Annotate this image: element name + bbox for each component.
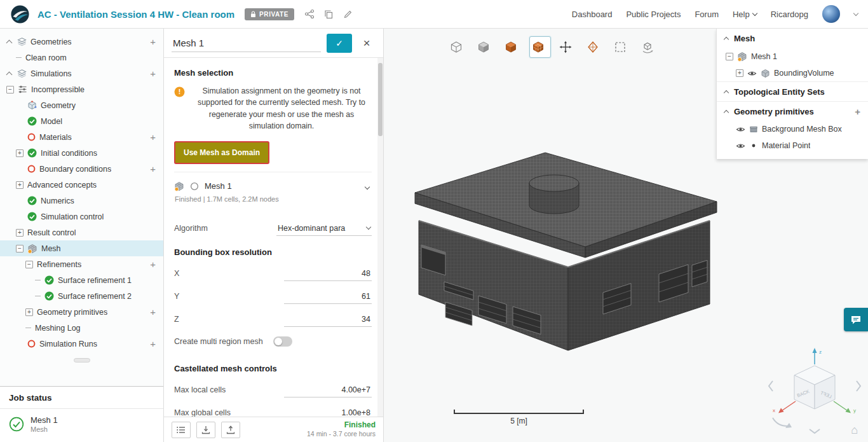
nav-dashboard[interactable]: Dashboard [572, 10, 613, 19]
apply-button[interactable]: ✓ [327, 34, 352, 53]
nav-public-projects[interactable]: Public Projects [626, 10, 681, 19]
sidebar-item-mesh[interactable]: −Mesh [0, 240, 163, 256]
add-button[interactable]: + [150, 339, 156, 349]
multi-region-row: Create multi region mesh [174, 331, 372, 352]
collapse-caret-icon[interactable] [6, 40, 13, 46]
download-button[interactable] [196, 422, 215, 438]
panel-scrollbar[interactable] [377, 58, 383, 417]
cells-max-local-cells-input[interactable]: 4.00e+7 [284, 385, 372, 397]
solid-mesh-view-icon [505, 41, 517, 53]
username[interactable]: Ricardopg [771, 10, 808, 19]
algorithm-select[interactable]: Hex-dominant para [276, 224, 372, 236]
transform-tool-button[interactable] [639, 36, 660, 58]
bbox-y-input[interactable]: 61 [284, 292, 372, 304]
add-button[interactable]: + [150, 37, 156, 46]
collapse-minus-icon[interactable]: − [25, 261, 33, 268]
scene-item-background-mesh-box[interactable]: Background Mesh Box [717, 121, 868, 137]
nav-help[interactable]: Help [733, 10, 757, 19]
sidebar-item-initial-conditions[interactable]: +Initial conditions [0, 145, 163, 161]
mesh-log-button[interactable] [172, 422, 191, 438]
app-logo-icon[interactable] [10, 4, 30, 24]
sidebar-item-advanced-concepts[interactable]: +Advanced concepts [0, 177, 163, 193]
home-view-icon[interactable]: ⌂ [851, 424, 858, 436]
scene-item-mesh-1[interactable]: −Mesh 1 [717, 48, 868, 65]
expand-plus-icon[interactable]: + [16, 149, 24, 157]
lock-icon [250, 11, 256, 18]
add-button[interactable]: + [855, 107, 860, 116]
nav-forum[interactable]: Forum [695, 10, 719, 19]
solid-mesh-view-button[interactable] [502, 36, 524, 58]
bbox-x-input[interactable]: 48 [284, 269, 372, 281]
clip-plane-tool-button[interactable] [584, 36, 606, 58]
collapse-minus-icon[interactable]: − [726, 53, 733, 60]
z-axis-label: z [819, 349, 822, 355]
sidebar-item-numerics[interactable]: Numerics [0, 193, 163, 209]
sidebar-item-incompressible[interactable]: −Incompressible [0, 81, 163, 97]
sidebar-item-clean-room[interactable]: Clean room [0, 50, 163, 66]
sidebar-item-boundary-conditions[interactable]: Boundary conditions+ [0, 161, 163, 177]
right-section-mesh[interactable]: Mesh [717, 29, 868, 48]
sidebar-item-result-control[interactable]: +Result control [0, 224, 163, 240]
sidebar-item-model[interactable]: Model [0, 113, 163, 129]
mesh-item-expand-icon[interactable] [365, 181, 372, 191]
orientation-cube[interactable]: BACK LEFT z x y [764, 343, 865, 438]
close-panel-button[interactable]: × [358, 34, 376, 52]
isometric-view-button[interactable] [447, 36, 469, 58]
use-mesh-as-domain-button[interactable]: Use Mesh as Domain [174, 141, 269, 164]
collapse-caret-icon[interactable] [724, 90, 729, 95]
sidebar-item-surface-refinement-2[interactable]: Surface refinement 2 [0, 288, 163, 304]
sidebar-item-meshing-log[interactable]: Meshing Log [0, 320, 163, 336]
expand-plus-icon[interactable]: + [16, 229, 24, 237]
add-button[interactable]: + [150, 259, 156, 269]
edit-icon[interactable] [343, 10, 353, 19]
mesh-radio[interactable] [190, 182, 199, 191]
eye-icon[interactable] [736, 125, 745, 134]
sidebar-item-surface-refinement-1[interactable]: Surface refinement 1 [0, 272, 163, 288]
panel-title-input[interactable]: Mesh 1 [172, 34, 321, 52]
add-button[interactable]: + [150, 69, 156, 78]
sidebar-item-materials[interactable]: Materials+ [0, 129, 163, 145]
sidebar-item-geometry[interactable]: Geometry [0, 97, 163, 113]
multi-region-toggle[interactable] [273, 336, 292, 347]
bbox-z-input[interactable]: 34 [284, 315, 372, 327]
box-select-tool-button[interactable] [611, 36, 633, 58]
panel-scrollbar-thumb[interactable] [378, 63, 383, 136]
right-section-geometry-primitives[interactable]: Geometry primitives+ [717, 101, 868, 121]
account-chevron-icon[interactable] [853, 10, 858, 15]
shaded-view-button[interactable] [475, 36, 496, 58]
collapse-minus-icon[interactable]: − [6, 86, 14, 93]
surface-mesh-view-button[interactable] [529, 36, 551, 58]
sidebar-item-simulation-runs[interactable]: Simulation Runs+ [0, 336, 163, 352]
collapse-caret-icon[interactable] [724, 37, 729, 42]
right-section-topological-entity-sets[interactable]: Topological Entity Sets [717, 81, 868, 101]
sidebar-item-simulations[interactable]: Simulations+ [0, 66, 163, 81]
upload-button[interactable] [221, 422, 240, 438]
eye-icon[interactable] [736, 141, 745, 151]
move-tool-button[interactable] [557, 36, 578, 58]
add-button[interactable]: + [150, 132, 156, 142]
collapse-caret-icon[interactable] [6, 72, 13, 78]
collapse-caret-icon[interactable] [724, 109, 729, 114]
collapse-minus-icon[interactable]: − [16, 245, 24, 252]
cells-max-global-cells-input[interactable]: 1.00e+8 [284, 408, 372, 417]
sidebar-scroll-handle[interactable] [74, 358, 90, 363]
eye-icon[interactable] [747, 69, 757, 78]
job-status-item[interactable]: Mesh 1 Mesh [0, 409, 163, 442]
expand-plus-icon[interactable]: + [25, 308, 33, 316]
scene-item-boundingvolume[interactable]: +BoundingVolume [717, 65, 868, 81]
add-button[interactable]: + [150, 307, 156, 317]
avatar[interactable] [822, 5, 840, 23]
sidebar-item-geometry-primitives[interactable]: +Geometry primitives+ [0, 304, 163, 320]
selected-mesh-item[interactable]: Mesh 1 [174, 179, 372, 194]
scene-item-material-point[interactable]: Material Point [717, 137, 868, 154]
mesh-3d-model[interactable] [412, 149, 724, 359]
expand-plus-icon[interactable]: + [16, 181, 24, 189]
duplicate-icon[interactable] [324, 10, 334, 19]
sidebar-item-simulation-control[interactable]: Simulation control [0, 209, 163, 224]
sidebar-item-refinements[interactable]: −Refinements+ [0, 256, 163, 272]
sidebar-item-geometries[interactable]: Geometries+ [0, 34, 163, 50]
add-button[interactable]: + [150, 164, 156, 174]
support-chat-button[interactable] [844, 308, 868, 331]
share-icon[interactable] [304, 9, 315, 19]
expand-plus-icon[interactable]: + [736, 69, 743, 77]
